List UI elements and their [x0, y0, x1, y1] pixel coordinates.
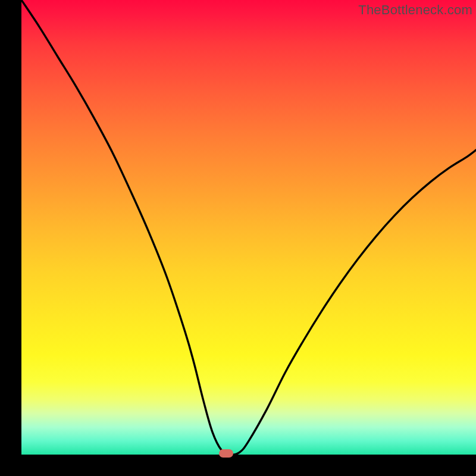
- curve-layer: [21, 0, 476, 455]
- min-marker: [219, 449, 233, 458]
- chart-frame: TheBottleneck.com: [0, 0, 476, 476]
- watermark-text: TheBottleneck.com: [358, 2, 472, 18]
- plot-area: TheBottleneck.com: [21, 0, 476, 455]
- bottleneck-curve: [21, 0, 476, 455]
